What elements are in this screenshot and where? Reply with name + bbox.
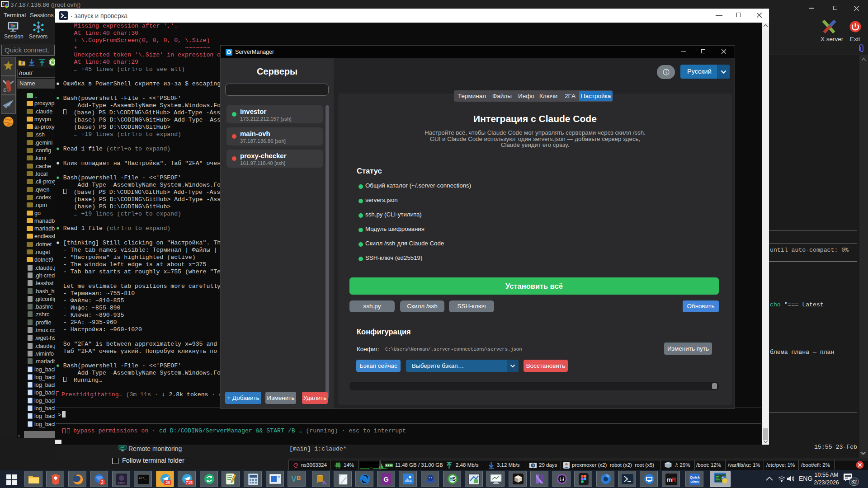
svg-text:utmo: utmo [690, 479, 699, 483]
svg-text:G: G [383, 475, 389, 483]
svg-text:FRKY: FRKY [118, 482, 125, 484]
svg-text:C:\_: C:\_ [139, 476, 147, 480]
svg-text:2: 2 [101, 479, 104, 485]
svg-text:V: V [291, 474, 297, 483]
svg-text:m: m [667, 476, 672, 483]
svg-text:B: B [297, 474, 301, 481]
svg-text:HS: HS [449, 477, 456, 482]
svg-text:Quick: Quick [690, 475, 700, 479]
svg-text:R: R [672, 476, 676, 483]
